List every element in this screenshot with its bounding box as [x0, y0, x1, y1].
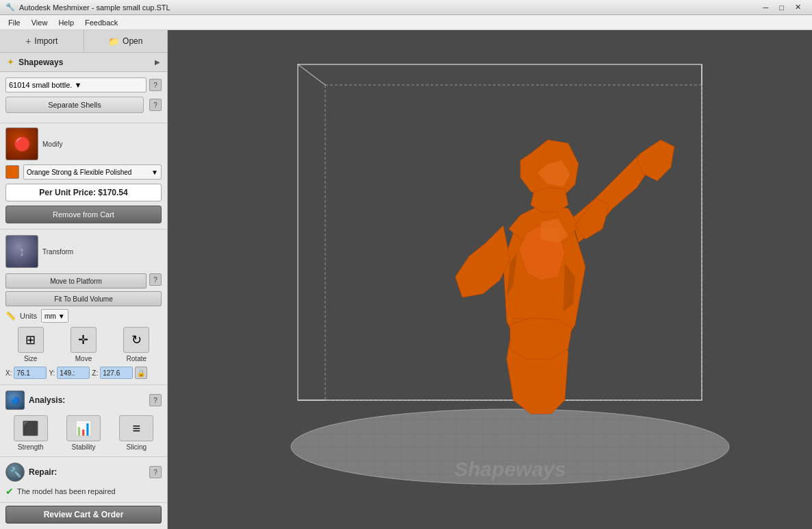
repair-status-text: The model has been repaired	[17, 487, 116, 495]
review-cart-button[interactable]: Review Cart & Order	[5, 506, 162, 524]
check-icon: ✔	[5, 486, 14, 497]
menu-feedback[interactable]: Feedback	[79, 17, 123, 28]
menu-view[interactable]: View	[26, 17, 53, 28]
fit-build-row: Fit To Build Volume	[5, 291, 162, 306]
analysis-icon-box: 🔵	[5, 391, 25, 410]
platform-help-button[interactable]: ?	[149, 273, 162, 286]
svg-marker-13	[455, 225, 510, 297]
rotate-icon-box: ↻	[123, 327, 149, 353]
move-tool[interactable]: ✛ Move	[58, 327, 108, 362]
x-label: X:	[5, 369, 12, 377]
stability-label: Stability	[71, 443, 95, 451]
lock-button[interactable]: 🔒	[135, 367, 147, 379]
coordinates-row: X: Y: Z: 🔒	[5, 367, 162, 379]
remove-from-cart-button[interactable]: Remove from Cart	[5, 206, 162, 223]
material-color-swatch	[5, 165, 19, 179]
analysis-help-button[interactable]: ?	[149, 394, 162, 406]
repair-icon-box: 🔧	[5, 463, 25, 482]
z-input[interactable]	[100, 367, 133, 379]
size-icon: ⊞	[25, 332, 36, 347]
move-icon: ✛	[78, 332, 88, 347]
size-label: Size	[24, 355, 37, 362]
slicing-tool[interactable]: ≡ Slicing	[112, 415, 162, 451]
rotate-label: Rotate	[127, 355, 147, 362]
transform-section: ↕ Transform Move to Platform ? Fit To Bu…	[0, 230, 167, 385]
size-icon-box: ⊞	[18, 327, 44, 353]
slicing-icon-box: ≡	[119, 415, 153, 441]
model-section: 61014 small bottle. ▼ ? Separate Shells …	[0, 72, 167, 123]
model-dropdown-row: 61014 small bottle. ▼ ?	[5, 77, 162, 93]
shells-help-button[interactable]: ?	[149, 99, 162, 111]
analysis-section: 🔵 Analysis: ? ⬛ Strength 📊	[0, 385, 167, 457]
model-dropdown[interactable]: 61014 small bottle. ▼	[5, 77, 147, 93]
stability-tool[interactable]: 📊 Stability	[58, 415, 108, 451]
strength-icon-box: ⬛	[14, 415, 48, 441]
svg-line-2	[298, 64, 325, 85]
minimize-btn[interactable]: ─	[758, 3, 774, 12]
y-label: Y:	[49, 369, 55, 377]
stability-icon-box: 📊	[66, 415, 101, 441]
move-to-platform-button[interactable]: Move to Platform	[5, 273, 147, 288]
units-label: Units	[20, 312, 37, 320]
x-input[interactable]	[14, 367, 47, 379]
3d-model	[394, 64, 681, 428]
fit-to-build-button[interactable]: Fit To Build Volume	[5, 291, 162, 306]
svg-marker-16	[531, 188, 568, 212]
move-icon-box: ✛	[71, 327, 97, 353]
separate-shells-button[interactable]: Separate Shells	[5, 97, 144, 113]
modify-icon-box: 🔴	[5, 127, 38, 160]
menu-file[interactable]: File	[3, 17, 26, 28]
z-label: Z:	[92, 369, 98, 377]
rotate-icon: ↻	[131, 332, 142, 347]
material-arrow-icon: ▼	[151, 169, 158, 176]
move-label: Move	[75, 355, 92, 362]
units-icon: 📏	[5, 311, 16, 321]
shapeways-header[interactable]: ✦ Shapeways ▶	[0, 53, 167, 72]
stability-icon: 📊	[75, 420, 92, 436]
viewport[interactable]: Shapeways	[168, 30, 812, 529]
model-help-button[interactable]: ?	[149, 79, 162, 91]
toolbar: + Import 📁 Open	[0, 30, 167, 53]
plus-icon: +	[25, 36, 31, 47]
app-body: + Import 📁 Open ✦ Shapeways ▶ 61014 smal…	[0, 30, 812, 529]
analysis-tools-row: ⬛ Strength 📊 Stability ≡ Slicing	[5, 415, 162, 451]
repair-help-button[interactable]: ?	[149, 466, 162, 478]
shells-row: Separate Shells ?	[5, 97, 162, 113]
menu-bar: File View Help Feedback	[0, 15, 812, 30]
open-label: Open	[123, 36, 142, 46]
transform-btns-row: Move to Platform ?	[5, 273, 162, 288]
size-move-rotate-row: ⊞ Size ✛ Move ↻ Rotate	[5, 327, 162, 362]
window-title: Autodesk Meshmixer - sample small cup.ST…	[19, 3, 170, 12]
rotate-tool[interactable]: ↻ Rotate	[112, 327, 162, 362]
close-btn[interactable]: ✕	[789, 3, 807, 12]
units-select[interactable]: mm ▼	[41, 309, 68, 323]
import-label: Import	[34, 36, 58, 46]
star-icon: ✦	[7, 57, 14, 67]
transform-label: Transform	[42, 248, 73, 256]
slicing-icon: ≡	[132, 421, 140, 436]
open-button[interactable]: 📁 Open	[84, 30, 168, 52]
app-icon: 🔧	[5, 3, 15, 12]
units-row: 📏 Units mm ▼	[5, 309, 162, 323]
repair-status: ✔ The model has been repaired	[5, 486, 162, 497]
material-dropdown[interactable]: Orange Strong & Flexible Polished ▼	[23, 164, 162, 180]
maximize-btn[interactable]: □	[774, 3, 789, 12]
strength-tool[interactable]: ⬛ Strength	[5, 415, 55, 451]
material-section: 🔴 Modify Orange Strong & Flexible Polish…	[0, 123, 167, 230]
model-svg	[394, 64, 681, 428]
slicing-label: Slicing	[127, 443, 147, 451]
repair-section: 🔧 Repair: ? ✔ The model has been repaire…	[0, 457, 167, 503]
title-bar: 🔧 Autodesk Meshmixer - sample small cup.…	[0, 0, 812, 15]
modify-label: Modify	[42, 140, 62, 148]
menu-help[interactable]: Help	[53, 17, 79, 28]
import-button[interactable]: + Import	[0, 30, 84, 52]
y-input[interactable]	[57, 367, 90, 379]
strength-icon: ⬛	[22, 420, 39, 436]
strength-label: Strength	[18, 443, 44, 451]
repair-label: Repair:	[29, 467, 57, 477]
units-arrow-icon: ▼	[58, 312, 65, 320]
shapeways-label: Shapeways	[18, 58, 63, 67]
material-row: Orange Strong & Flexible Polished ▼	[5, 164, 162, 180]
size-tool[interactable]: ⊞ Size	[5, 327, 55, 362]
transform-icon-box: ↕	[5, 235, 38, 268]
